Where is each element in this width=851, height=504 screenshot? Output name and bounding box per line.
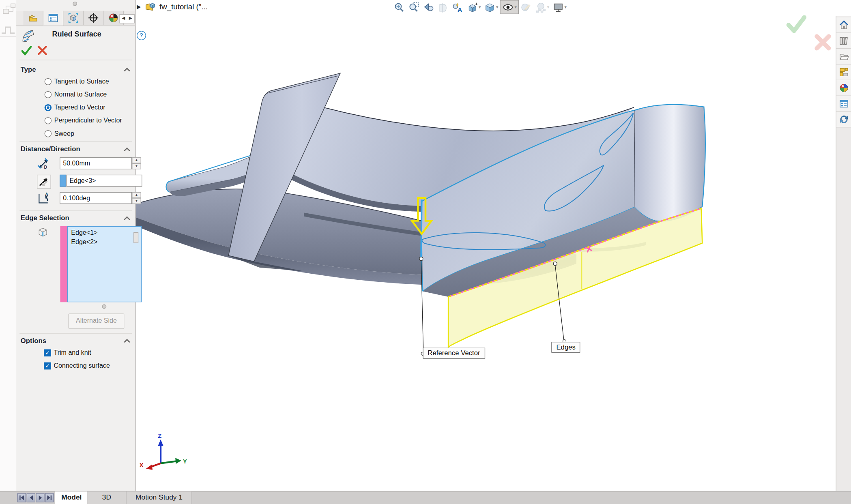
ruled-surface-preview[interactable] (448, 208, 702, 347)
flap2-bottom-edge[interactable] (423, 207, 634, 291)
main-plane-surface[interactable] (135, 189, 576, 276)
reference-vector-edge[interactable] (421, 199, 421, 259)
chevron-up-icon[interactable] (123, 146, 131, 152)
direction-arrow[interactable] (412, 198, 432, 234)
radio-tapered-to-vector[interactable]: Tapered to Vector (45, 104, 105, 112)
selected-edge-pink[interactable] (448, 208, 701, 297)
vertex-marker-2[interactable] (553, 262, 557, 266)
dropdown-caret-icon[interactable]: ▾ (565, 4, 567, 9)
edges-callout[interactable]: Edges (551, 342, 580, 353)
reference-vector-callout[interactable]: Reference Vector (423, 348, 485, 359)
task-pane-design-library-button[interactable] (836, 33, 851, 49)
edge-list-item[interactable]: Edge<1> (71, 228, 138, 238)
section-view-button[interactable] (436, 0, 450, 13)
tab-motion-study-1[interactable]: Motion Study 1 (127, 491, 192, 504)
airfoil-sketch-1[interactable] (422, 233, 545, 250)
angle-spinner[interactable]: ▲▼ (132, 192, 141, 204)
radio-sweep[interactable]: Sweep (45, 130, 74, 137)
edge-list-item[interactable]: Edge<2> (71, 238, 138, 247)
task-pane-home-button[interactable] (836, 17, 851, 33)
display-style-button[interactable]: ▾ (483, 0, 500, 13)
upper-flap-surface[interactable] (289, 107, 634, 206)
dropdown-caret-icon[interactable]: ▾ (496, 4, 498, 9)
previous-view-button[interactable] (421, 0, 436, 13)
list-resize-grip[interactable] (102, 305, 107, 309)
spin-down-icon[interactable]: ▼ (132, 198, 141, 204)
cancel-button[interactable] (37, 45, 48, 56)
panel-splitter-handle[interactable] (133, 232, 138, 243)
tab-scroll-right-icon[interactable]: ▶ (127, 15, 134, 23)
tip-surface[interactable] (634, 104, 705, 221)
small-wing-surface[interactable] (166, 153, 258, 192)
step-icon (1, 25, 15, 35)
spin-up-icon[interactable]: ▲ (132, 157, 141, 163)
task-pane-forum-button[interactable] (836, 112, 851, 128)
zoom-to-fit-button[interactable] (392, 0, 406, 13)
checkbox-icon[interactable] (44, 349, 51, 356)
view-orientation-button[interactable]: ▾ (465, 0, 483, 13)
airfoil-sketch-2[interactable] (544, 165, 604, 211)
angle-input[interactable]: 0.100deg (60, 192, 132, 204)
apply-scene-button[interactable]: ▾ (533, 0, 551, 13)
small-wing-highlight-edge (166, 153, 258, 192)
trim-and-knit-checkbox-row[interactable]: Trim and knit (44, 349, 91, 356)
chevron-up-icon[interactable] (123, 67, 131, 72)
task-pane-custom-properties-button[interactable] (836, 96, 851, 112)
task-pane-file-explorer-button[interactable] (836, 49, 851, 64)
radio-normal-to-surface[interactable]: Normal to Surface (45, 90, 107, 98)
task-pane-view-palette-button[interactable] (836, 64, 851, 80)
ok-button[interactable] (21, 45, 32, 56)
spin-down-icon[interactable]: ▼ (132, 163, 141, 169)
flap2-surface[interactable] (422, 110, 635, 292)
task-pane-appearances-button[interactable] (836, 80, 851, 96)
distance-direction-section-header[interactable]: Distance/Direction (21, 146, 80, 153)
dropdown-caret-icon[interactable]: ▾ (479, 4, 481, 9)
nav-last-button[interactable] (45, 493, 54, 502)
help-button[interactable]: ? (137, 31, 146, 40)
edge-selection-section-header[interactable]: Edge Selection (21, 214, 69, 222)
distance-input[interactable]: 50.00mm (60, 157, 132, 169)
nav-next-button[interactable] (36, 493, 44, 502)
configurationmanager-tab[interactable] (64, 11, 84, 25)
propertymanager-tab[interactable] (43, 11, 64, 26)
edit-appearance-button[interactable] (519, 0, 533, 13)
chevron-up-icon[interactable] (123, 215, 131, 221)
confirm-ok-corner-button[interactable] (786, 15, 806, 33)
connecting-surface-checkbox-row[interactable]: Connecting surface (44, 362, 110, 369)
type-section-header[interactable]: Type (21, 66, 36, 73)
edge-selection-list[interactable]: Edge<1> Edge<2> (67, 226, 142, 302)
vertex-marker-1[interactable] (419, 257, 423, 261)
tab-scroll-left-icon[interactable]: ◀ (120, 15, 127, 23)
tab-model[interactable]: Model (55, 491, 87, 504)
endplate-fin[interactable] (228, 73, 340, 262)
airfoil-sketch-3[interactable] (600, 113, 634, 155)
view-palette-icon (838, 67, 849, 78)
dynamic-annotation-views-button[interactable]: A (451, 0, 465, 13)
dropdown-caret-icon[interactable]: ▾ (514, 4, 516, 9)
checkbox-icon[interactable] (44, 362, 51, 369)
dropdown-caret-icon[interactable]: ▾ (547, 4, 549, 9)
spin-up-icon[interactable]: ▲ (132, 192, 141, 198)
ruled-surface-outline (448, 208, 702, 347)
nav-first-button[interactable] (17, 493, 26, 502)
nav-previous-button[interactable] (27, 493, 35, 502)
distance-spinner[interactable]: ▲▼ (132, 157, 141, 169)
reference-vector-input[interactable]: Edge<3> (66, 175, 142, 187)
tree-expand-icon[interactable]: ▶ (137, 4, 141, 10)
zoom-to-area-button[interactable] (406, 0, 421, 13)
radio-perpendicular-to-vector[interactable]: Perpendicular to Vector (45, 117, 122, 124)
flap2-top-edge[interactable] (422, 110, 635, 202)
radio-tangent-to-surface[interactable]: Tangent to Surface (45, 77, 109, 85)
view-settings-button[interactable]: ▾ (551, 0, 568, 13)
chevron-up-icon[interactable] (123, 338, 131, 343)
document-title[interactable]: fw_tutorial ("... (159, 2, 208, 11)
panel-grip[interactable] (73, 2, 77, 6)
tab-scroll-arrows[interactable]: ◀ ▶ (119, 14, 134, 24)
confirm-cancel-corner-button[interactable] (814, 34, 832, 51)
alternate-side-button[interactable]: Alternate Side (69, 313, 125, 328)
featuremanager-design-tree-tab[interactable] (24, 11, 44, 25)
dimxpertmanager-tab[interactable] (84, 11, 104, 25)
hide-show-items-button[interactable]: ▾ (500, 0, 519, 14)
tab-3d-views[interactable]: 3D Views (87, 491, 126, 504)
options-section-header[interactable]: Options (21, 337, 46, 345)
